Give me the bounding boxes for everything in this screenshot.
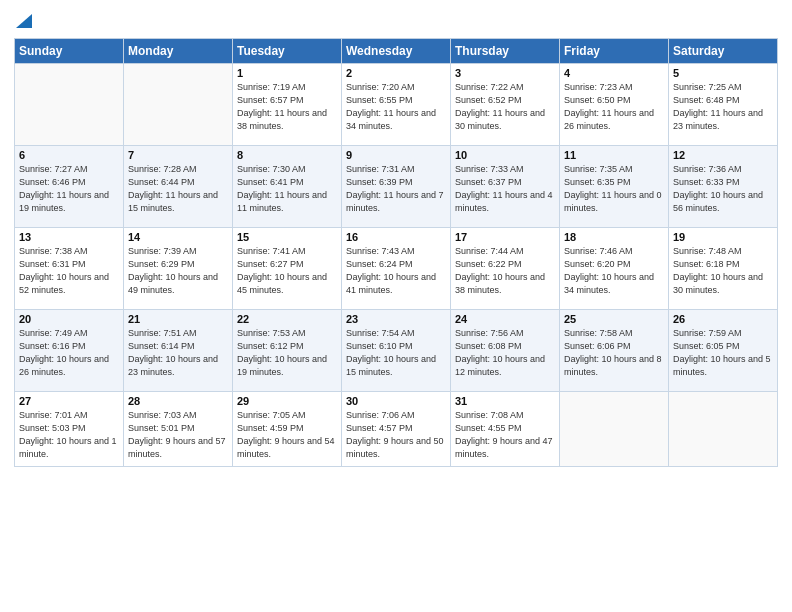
- day-info: Sunrise: 7:56 AMSunset: 6:08 PMDaylight:…: [455, 327, 555, 379]
- day-info: Sunrise: 7:38 AMSunset: 6:31 PMDaylight:…: [19, 245, 119, 297]
- day-info: Sunrise: 7:39 AMSunset: 6:29 PMDaylight:…: [128, 245, 228, 297]
- day-number: 20: [19, 313, 119, 325]
- day-number: 22: [237, 313, 337, 325]
- weekday-header-saturday: Saturday: [669, 39, 778, 64]
- calendar-cell: [15, 64, 124, 146]
- weekday-header-tuesday: Tuesday: [233, 39, 342, 64]
- day-info: Sunrise: 7:30 AMSunset: 6:41 PMDaylight:…: [237, 163, 337, 215]
- day-number: 15: [237, 231, 337, 243]
- day-info: Sunrise: 7:54 AMSunset: 6:10 PMDaylight:…: [346, 327, 446, 379]
- day-info: Sunrise: 7:35 AMSunset: 6:35 PMDaylight:…: [564, 163, 664, 215]
- calendar-cell: 13Sunrise: 7:38 AMSunset: 6:31 PMDayligh…: [15, 228, 124, 310]
- day-info: Sunrise: 7:58 AMSunset: 6:06 PMDaylight:…: [564, 327, 664, 379]
- day-info: Sunrise: 7:46 AMSunset: 6:20 PMDaylight:…: [564, 245, 664, 297]
- day-number: 4: [564, 67, 664, 79]
- calendar-table: SundayMondayTuesdayWednesdayThursdayFrid…: [14, 38, 778, 467]
- day-info: Sunrise: 7:20 AMSunset: 6:55 PMDaylight:…: [346, 81, 446, 133]
- calendar-cell: 30Sunrise: 7:06 AMSunset: 4:57 PMDayligh…: [342, 392, 451, 467]
- weekday-header-friday: Friday: [560, 39, 669, 64]
- calendar-cell: 9Sunrise: 7:31 AMSunset: 6:39 PMDaylight…: [342, 146, 451, 228]
- day-number: 18: [564, 231, 664, 243]
- day-number: 13: [19, 231, 119, 243]
- day-info: Sunrise: 7:05 AMSunset: 4:59 PMDaylight:…: [237, 409, 337, 461]
- day-info: Sunrise: 7:51 AMSunset: 6:14 PMDaylight:…: [128, 327, 228, 379]
- day-info: Sunrise: 7:36 AMSunset: 6:33 PMDaylight:…: [673, 163, 773, 215]
- weekday-header-row: SundayMondayTuesdayWednesdayThursdayFrid…: [15, 39, 778, 64]
- calendar-cell: 23Sunrise: 7:54 AMSunset: 6:10 PMDayligh…: [342, 310, 451, 392]
- calendar-week-row: 27Sunrise: 7:01 AMSunset: 5:03 PMDayligh…: [15, 392, 778, 467]
- calendar-cell: 21Sunrise: 7:51 AMSunset: 6:14 PMDayligh…: [124, 310, 233, 392]
- day-number: 1: [237, 67, 337, 79]
- day-number: 7: [128, 149, 228, 161]
- svg-marker-0: [16, 14, 32, 28]
- day-info: Sunrise: 7:06 AMSunset: 4:57 PMDaylight:…: [346, 409, 446, 461]
- day-number: 26: [673, 313, 773, 325]
- calendar-cell: 16Sunrise: 7:43 AMSunset: 6:24 PMDayligh…: [342, 228, 451, 310]
- calendar-cell: 4Sunrise: 7:23 AMSunset: 6:50 PMDaylight…: [560, 64, 669, 146]
- day-info: Sunrise: 7:43 AMSunset: 6:24 PMDaylight:…: [346, 245, 446, 297]
- header: [14, 10, 778, 32]
- calendar-week-row: 1Sunrise: 7:19 AMSunset: 6:57 PMDaylight…: [15, 64, 778, 146]
- calendar-cell: [124, 64, 233, 146]
- day-info: Sunrise: 7:59 AMSunset: 6:05 PMDaylight:…: [673, 327, 773, 379]
- day-info: Sunrise: 7:53 AMSunset: 6:12 PMDaylight:…: [237, 327, 337, 379]
- day-number: 16: [346, 231, 446, 243]
- day-number: 17: [455, 231, 555, 243]
- weekday-header-wednesday: Wednesday: [342, 39, 451, 64]
- calendar-cell: 5Sunrise: 7:25 AMSunset: 6:48 PMDaylight…: [669, 64, 778, 146]
- day-number: 12: [673, 149, 773, 161]
- day-number: 11: [564, 149, 664, 161]
- calendar-cell: 14Sunrise: 7:39 AMSunset: 6:29 PMDayligh…: [124, 228, 233, 310]
- calendar-cell: 8Sunrise: 7:30 AMSunset: 6:41 PMDaylight…: [233, 146, 342, 228]
- calendar-cell: 10Sunrise: 7:33 AMSunset: 6:37 PMDayligh…: [451, 146, 560, 228]
- day-info: Sunrise: 7:31 AMSunset: 6:39 PMDaylight:…: [346, 163, 446, 215]
- day-info: Sunrise: 7:27 AMSunset: 6:46 PMDaylight:…: [19, 163, 119, 215]
- calendar-cell: 28Sunrise: 7:03 AMSunset: 5:01 PMDayligh…: [124, 392, 233, 467]
- calendar-cell: 2Sunrise: 7:20 AMSunset: 6:55 PMDaylight…: [342, 64, 451, 146]
- weekday-header-thursday: Thursday: [451, 39, 560, 64]
- day-info: Sunrise: 7:03 AMSunset: 5:01 PMDaylight:…: [128, 409, 228, 461]
- calendar-cell: 26Sunrise: 7:59 AMSunset: 6:05 PMDayligh…: [669, 310, 778, 392]
- day-number: 31: [455, 395, 555, 407]
- day-number: 21: [128, 313, 228, 325]
- day-info: Sunrise: 7:49 AMSunset: 6:16 PMDaylight:…: [19, 327, 119, 379]
- calendar-cell: 31Sunrise: 7:08 AMSunset: 4:55 PMDayligh…: [451, 392, 560, 467]
- day-info: Sunrise: 7:01 AMSunset: 5:03 PMDaylight:…: [19, 409, 119, 461]
- day-info: Sunrise: 7:41 AMSunset: 6:27 PMDaylight:…: [237, 245, 337, 297]
- logo-triangle-icon: [16, 14, 32, 28]
- day-number: 9: [346, 149, 446, 161]
- day-info: Sunrise: 7:48 AMSunset: 6:18 PMDaylight:…: [673, 245, 773, 297]
- day-number: 28: [128, 395, 228, 407]
- day-number: 8: [237, 149, 337, 161]
- calendar-cell: 15Sunrise: 7:41 AMSunset: 6:27 PMDayligh…: [233, 228, 342, 310]
- day-number: 3: [455, 67, 555, 79]
- day-number: 10: [455, 149, 555, 161]
- day-number: 19: [673, 231, 773, 243]
- day-info: Sunrise: 7:28 AMSunset: 6:44 PMDaylight:…: [128, 163, 228, 215]
- day-info: Sunrise: 7:19 AMSunset: 6:57 PMDaylight:…: [237, 81, 337, 133]
- weekday-header-sunday: Sunday: [15, 39, 124, 64]
- day-number: 14: [128, 231, 228, 243]
- calendar-cell: 27Sunrise: 7:01 AMSunset: 5:03 PMDayligh…: [15, 392, 124, 467]
- weekday-header-monday: Monday: [124, 39, 233, 64]
- day-number: 6: [19, 149, 119, 161]
- logo: [14, 14, 32, 32]
- calendar-cell: 3Sunrise: 7:22 AMSunset: 6:52 PMDaylight…: [451, 64, 560, 146]
- day-info: Sunrise: 7:22 AMSunset: 6:52 PMDaylight:…: [455, 81, 555, 133]
- day-number: 30: [346, 395, 446, 407]
- calendar-cell: 11Sunrise: 7:35 AMSunset: 6:35 PMDayligh…: [560, 146, 669, 228]
- day-number: 29: [237, 395, 337, 407]
- day-info: Sunrise: 7:33 AMSunset: 6:37 PMDaylight:…: [455, 163, 555, 215]
- calendar-cell: 29Sunrise: 7:05 AMSunset: 4:59 PMDayligh…: [233, 392, 342, 467]
- calendar-cell: 1Sunrise: 7:19 AMSunset: 6:57 PMDaylight…: [233, 64, 342, 146]
- day-number: 2: [346, 67, 446, 79]
- calendar-cell: [560, 392, 669, 467]
- calendar-cell: 20Sunrise: 7:49 AMSunset: 6:16 PMDayligh…: [15, 310, 124, 392]
- calendar-cell: 24Sunrise: 7:56 AMSunset: 6:08 PMDayligh…: [451, 310, 560, 392]
- calendar-cell: 18Sunrise: 7:46 AMSunset: 6:20 PMDayligh…: [560, 228, 669, 310]
- day-info: Sunrise: 7:25 AMSunset: 6:48 PMDaylight:…: [673, 81, 773, 133]
- day-number: 5: [673, 67, 773, 79]
- day-info: Sunrise: 7:23 AMSunset: 6:50 PMDaylight:…: [564, 81, 664, 133]
- calendar-cell: 7Sunrise: 7:28 AMSunset: 6:44 PMDaylight…: [124, 146, 233, 228]
- calendar-cell: 22Sunrise: 7:53 AMSunset: 6:12 PMDayligh…: [233, 310, 342, 392]
